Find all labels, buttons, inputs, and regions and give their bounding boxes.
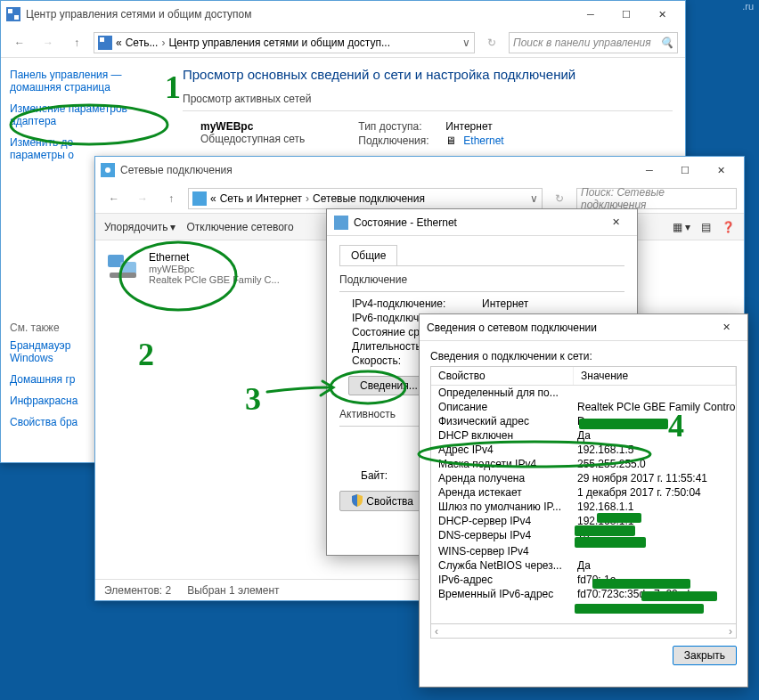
item-count: Элементов: 2	[104, 584, 171, 597]
close-details-button[interactable]: Закрыть	[673, 646, 737, 665]
group-connection: Подключение	[339, 273, 624, 286]
properties-button[interactable]: Свойства	[339, 491, 425, 511]
up-button[interactable]: ↑	[65, 31, 88, 54]
svg-rect-4	[100, 37, 104, 42]
access-type-value: Интернет	[445, 120, 492, 133]
minimize-button[interactable]: ─	[632, 158, 667, 183]
corner-text: .ru	[742, 1, 754, 12]
adapter-network: myWEBpc	[149, 264, 280, 274]
details-button[interactable]: Сведения...	[348, 376, 429, 395]
forward-button[interactable]: →	[37, 31, 60, 54]
detail-row[interactable]: Определенный для по...	[431, 386, 736, 400]
adapter-name: Ethernet	[149, 251, 280, 264]
maximize-button[interactable]: ☐	[667, 158, 703, 183]
maximize-button[interactable]: ☐	[608, 2, 644, 27]
tab-general[interactable]: Общие	[339, 245, 397, 265]
minimize-button[interactable]: ─	[573, 2, 608, 27]
detail-row[interactable]: Адрес IPv4192.168.1.5	[431, 443, 736, 457]
svg-rect-10	[110, 273, 136, 278]
help-button[interactable]: ❓	[722, 221, 735, 233]
refresh-button[interactable]: ↻	[548, 187, 571, 210]
connections-label: Подключения:	[358, 134, 438, 147]
disable-device-menu[interactable]: Отключение сетевого	[186, 221, 293, 233]
dialog-titlebar[interactable]: Состояние - Ethernet ✕	[327, 209, 637, 236]
connections-icon	[101, 163, 115, 177]
active-networks-label: Просмотр активных сетей	[183, 93, 673, 105]
network-center-icon	[6, 7, 20, 21]
dialog-titlebar[interactable]: Сведения о сетевом подключении ✕	[420, 314, 747, 341]
detail-row[interactable]: Служба NetBIOS через...Да	[431, 558, 736, 573]
svg-rect-2	[14, 15, 19, 20]
detail-row[interactable]: Аренда истекает1 декабря 2017 г. 7:50:04	[431, 485, 736, 500]
close-button[interactable]: ✕	[712, 317, 740, 338]
close-button[interactable]: ✕	[644, 2, 680, 27]
ethernet-icon: 🖥	[445, 134, 456, 147]
breadcrumb[interactable]: « Сеть... › Центр управления сетями и об…	[94, 32, 475, 53]
detail-row[interactable]	[431, 601, 736, 603]
breadcrumb[interactable]: « Сеть и Интернет › Сетевые подключения …	[188, 188, 543, 209]
close-button[interactable]: ✕	[601, 212, 630, 233]
svg-rect-1	[8, 9, 12, 13]
page-heading: Просмотр основных сведений о сети и наст…	[183, 67, 673, 82]
access-type-label: Тип доступа:	[358, 120, 438, 133]
details-table: Свойство Значение Определенный для по...…	[430, 366, 737, 624]
window-title: Центр управления сетями и общим доступом	[26, 8, 573, 20]
detail-row[interactable]: Аренда получена29 ноября 2017 г. 11:55:4…	[431, 471, 736, 485]
svg-rect-11	[334, 216, 348, 230]
titlebar-connections[interactable]: Сетевые подключения ─ ☐ ✕	[95, 157, 744, 183]
detail-row[interactable]: Шлюз по умолчанию IP...192.168.1.1	[431, 500, 736, 514]
adapter-ethernet[interactable]: Ethernet myWEBpc Realtek PCIe GBE Family…	[102, 248, 307, 289]
ipv4-conn-label: IPv4-подключение:	[339, 297, 482, 310]
titlebar-network-center[interactable]: Центр управления сетями и общим доступом…	[1, 1, 685, 28]
sidebar-home[interactable]: Панель управления —домашняя страница	[10, 69, 161, 94]
connections-icon	[192, 191, 207, 206]
ethernet-icon	[334, 216, 348, 230]
network-name: myWEBpc	[200, 120, 305, 133]
organize-menu[interactable]: Упорядочить ▾	[104, 221, 175, 233]
adapter-device: Realtek PCIe GBE Family C...	[149, 274, 280, 285]
detail-row[interactable]: ОписаниеRealtek PCIe GBE Family Controll…	[431, 400, 736, 414]
shield-icon	[351, 494, 363, 507]
detail-row[interactable]: DHCP включенДа	[431, 428, 736, 443]
details-subtitle: Сведения о подключении к сети:	[430, 350, 737, 362]
selection-info: Выбран 1 элемент	[187, 584, 279, 597]
connections-link[interactable]: Ethernet	[463, 134, 503, 147]
svg-rect-7	[192, 191, 207, 206]
col-property[interactable]: Свойство	[431, 367, 574, 385]
svg-point-6	[105, 167, 110, 173]
up-button[interactable]: ↑	[159, 187, 183, 210]
network-type: Общедоступная сеть	[200, 133, 305, 145]
svg-rect-9	[120, 262, 136, 274]
refresh-button[interactable]: ↻	[480, 31, 503, 54]
window-title: Сетевые подключения	[120, 164, 632, 176]
back-button[interactable]: ←	[102, 187, 126, 210]
ipv4-conn-value: Интернет	[482, 297, 624, 310]
search-input[interactable]: Поиск: Сетевые подключения	[576, 188, 737, 209]
detail-row[interactable]: Маска подсети IPv4255.255.255.0	[431, 457, 736, 471]
search-input[interactable]: Поиск в панели управления 🔍	[509, 32, 678, 53]
sidebar-adapter-settings[interactable]: Изменение параметровадаптера	[10, 102, 161, 127]
view-buttons[interactable]: ▦ ▾	[673, 221, 690, 233]
network-center-icon	[98, 36, 112, 50]
back-button[interactable]: ←	[8, 31, 31, 54]
preview-pane-button[interactable]: ▤	[701, 221, 711, 233]
ethernet-adapter-icon	[106, 251, 142, 280]
search-icon: 🔍	[660, 37, 673, 49]
forward-button[interactable]: →	[131, 187, 154, 210]
dialog-connection-details: Сведения о сетевом подключении ✕ Сведени…	[419, 313, 748, 688]
close-button[interactable]: ✕	[703, 158, 739, 183]
col-value[interactable]: Значение	[574, 367, 736, 385]
